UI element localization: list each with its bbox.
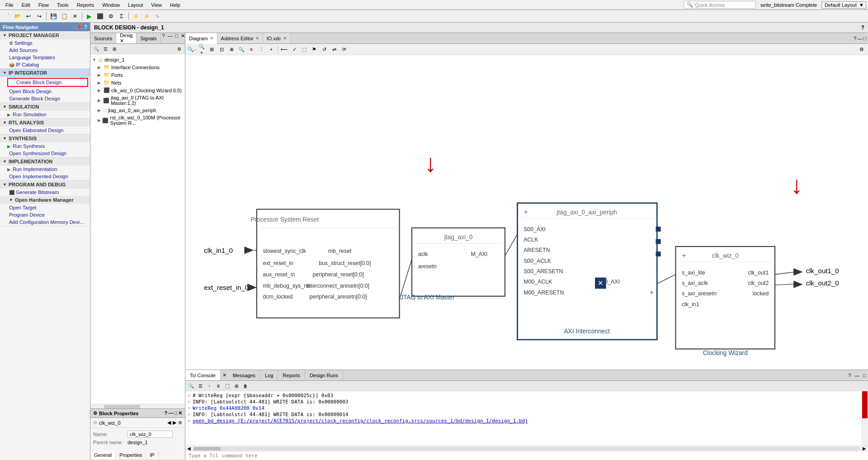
menu-help[interactable]: Help — [166, 1, 184, 9]
tcl-command-input[interactable] — [187, 451, 866, 460]
diag-validate-btn[interactable]: ✓ — [290, 45, 299, 54]
clk-wiz-plus[interactable]: + — [682, 251, 686, 259]
sources-expand-btn[interactable]: ⊞ — [110, 45, 118, 53]
diag-align-v-btn[interactable]: ⋮ — [257, 45, 266, 54]
power-btn[interactable]: ⚡ — [142, 11, 151, 21]
diag-zoom-area-btn[interactable]: 🔍 — [237, 45, 246, 54]
diag-fit-sel-btn[interactable]: ⊡ — [217, 45, 226, 54]
check-btn[interactable]: ▶ — [84, 11, 94, 21]
console-hscroll[interactable]: ◀ ▶ — [185, 446, 868, 451]
nav-language-templates[interactable]: Language Templates — [0, 54, 90, 61]
tab-log[interactable]: Log — [260, 370, 278, 380]
nav-program-device[interactable]: Program Device — [0, 211, 90, 218]
simulation-title[interactable]: ▼ SIMULATION — [0, 103, 90, 111]
console-filter-btn[interactable]: ☰ — [196, 382, 204, 390]
console-expand-btn[interactable]: ⊞ — [232, 382, 241, 390]
props-help-icon[interactable]: ? — [165, 410, 168, 416]
props-max-icon[interactable]: □ — [174, 410, 177, 416]
redo-btn[interactable]: ↪ — [34, 11, 44, 21]
axi-inter-plus[interactable]: + — [524, 208, 528, 216]
props-min-icon[interactable]: — — [168, 410, 173, 416]
default-layout-selector[interactable]: Default Layout ▼ — [821, 1, 866, 9]
tree-rst-clk[interactable]: ▶ ⬛ rst_clk_wiz_0_100M (Processor System… — [90, 114, 185, 127]
panel-maximize-icon[interactable]: □ — [174, 33, 180, 43]
nav-settings[interactable]: ⚙Settings — [0, 39, 90, 47]
diag-fit-btn[interactable]: ⊞ — [207, 45, 216, 54]
console-search-btn[interactable]: 🔍 — [187, 382, 195, 390]
tree-nets[interactable]: ▶ 📁 Nets — [90, 79, 185, 86]
diag-zoom-in-btn[interactable]: 🔍+ — [197, 45, 206, 54]
addr-tab-close[interactable]: ✕ — [255, 36, 259, 41]
diag-connect-btn[interactable]: ⟵ — [280, 45, 289, 54]
console-vscroll[interactable] — [862, 391, 868, 446]
prop-name-input[interactable] — [127, 431, 173, 438]
undo-btn[interactable]: ↩ — [24, 11, 33, 21]
tree-jtag-axi0[interactable]: ▶ ⬛ jtag_axi_0 (JTAG to AXI Master:1.2) — [90, 94, 185, 107]
bd-help-icon[interactable]: ? — [861, 24, 864, 31]
address-editor-tab[interactable]: Address Editor ✕ — [217, 33, 263, 43]
tab-design[interactable]: Desig ✕ — [116, 33, 137, 43]
nav-add-sources[interactable]: Add Sources — [0, 47, 90, 54]
nav-create-block-design[interactable]: Create Block Design — [7, 78, 88, 87]
diag-zoom-out-btn[interactable]: 🔍- — [187, 45, 196, 54]
quick-access-input[interactable]: 🔍 Quick Access — [684, 1, 756, 9]
nav-open-elaborated[interactable]: Open Elaborated Design — [0, 127, 90, 134]
tab-max-icon[interactable]: □ — [863, 36, 866, 41]
diag-regen-btn[interactable]: ⟳ — [340, 45, 349, 54]
tab-messages[interactable]: Messages — [228, 370, 260, 380]
wave-btn[interactable]: ∿ — [152, 11, 162, 21]
synthesis-title[interactable]: ▼ SYNTHESIS — [0, 134, 90, 142]
tree-ports[interactable]: ▶ 📁 Ports — [90, 71, 185, 79]
project-manager-title[interactable]: ▼ PROJECT MANAGER — [0, 31, 90, 39]
impl-title[interactable]: ▼ IMPLEMENTATION — [0, 157, 90, 166]
props-fwd-btn[interactable]: ▶ — [173, 420, 176, 426]
nav-ip-catalog[interactable]: 📦IP Catalog — [0, 61, 90, 68]
menu-tools[interactable]: Tools — [53, 1, 72, 9]
console-max-icon[interactable]: □ — [861, 370, 868, 380]
scroll-left-btn[interactable]: ◀ — [185, 446, 193, 451]
hw-manager-title[interactable]: ▼ Open Hardware Manager — [0, 196, 90, 204]
console-clear-btn[interactable]: 🗑 — [241, 382, 250, 390]
props-close-icon[interactable]: ✕ — [178, 410, 182, 416]
tree-interface-conn[interactable]: ▶ 📁 Interface Connections — [90, 63, 185, 71]
diag-refresh-btn[interactable]: ↺ — [320, 45, 329, 54]
diag-settings-btn[interactable]: ⚙ — [857, 45, 866, 54]
route-btn[interactable]: ⚡ — [131, 11, 141, 21]
menu-layout[interactable]: Layout — [124, 1, 146, 9]
sources-hscroll[interactable] — [90, 404, 185, 408]
prog-debug-title[interactable]: ▼ PROGRAM AND DEBUG — [0, 180, 90, 189]
save-btn[interactable]: 💾 — [48, 11, 58, 21]
prog-btn[interactable]: ⬛ — [95, 11, 105, 21]
tree-design1[interactable]: ▼ 🗂 design_1 — [90, 56, 185, 63]
tab-sources[interactable]: Sources — [90, 33, 116, 43]
menu-view[interactable]: View — [147, 1, 165, 9]
ip-integrator-title[interactable]: ▼ IP INTEGRATOR — [0, 69, 90, 77]
diagram-tab-close[interactable]: ✕ — [210, 36, 213, 41]
props-back-btn[interactable]: ◀ — [167, 420, 171, 426]
tab-tcl-console[interactable]: Tcl Console — [185, 370, 221, 380]
diag-align-h-btn[interactable]: ≡ — [247, 45, 256, 54]
panel-minimize-icon[interactable]: — — [166, 33, 174, 43]
nav-run-simulation[interactable]: ▶Run Simulation — [0, 111, 90, 118]
tab-min-icon[interactable]: — — [857, 36, 862, 41]
delete-btn[interactable]: ✕ — [70, 11, 80, 21]
axi-plus-right[interactable]: + — [650, 288, 654, 296]
sum-btn[interactable]: Σ — [117, 11, 127, 21]
tab-help-icon[interactable]: ? — [854, 36, 856, 41]
console-min-icon[interactable]: — — [853, 370, 861, 380]
diag-debug-btn[interactable]: ⚑ — [310, 45, 319, 54]
tab-reports[interactable]: Reports — [278, 370, 305, 380]
nav-open-target[interactable]: Open Target — [0, 204, 90, 211]
tab-design-runs[interactable]: Design Runs — [305, 370, 343, 380]
open-btn[interactable]: 📂 — [13, 11, 23, 21]
menu-flow[interactable]: Flow — [35, 1, 52, 9]
prop-tab-general[interactable]: General — [90, 451, 116, 460]
menu-reports[interactable]: Reports — [73, 1, 98, 9]
console-pause-btn[interactable]: ⏸ — [214, 382, 222, 390]
nav-run-implementation[interactable]: ▶Run Implementation — [0, 166, 90, 173]
tab-signals[interactable]: Signals — [137, 33, 160, 43]
nav-open-synthesized[interactable]: Open Synthesized Design — [0, 150, 90, 157]
nav-generate-block-design[interactable]: Generate Block Design — [0, 95, 90, 102]
scroll-right-btn[interactable]: ▶ — [861, 446, 868, 451]
sources-settings-btn[interactable]: ⚙ — [175, 45, 183, 53]
